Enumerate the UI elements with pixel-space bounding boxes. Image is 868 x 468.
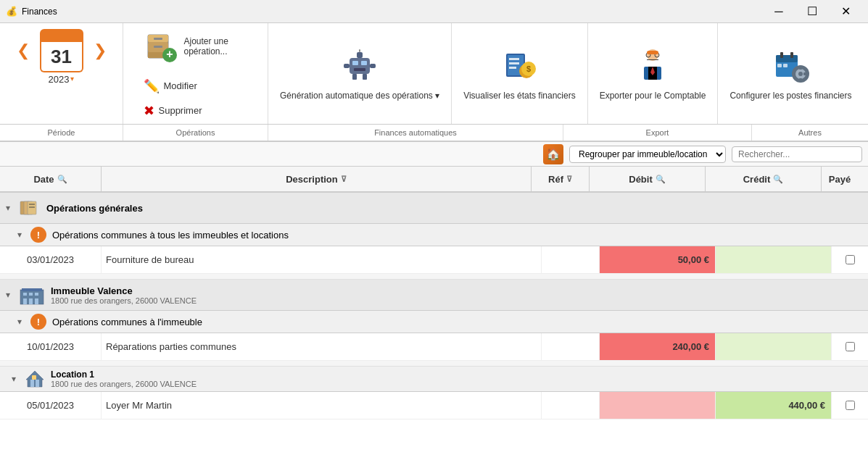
search-input[interactable] xyxy=(732,146,862,162)
svg-rect-13 xyxy=(359,49,360,52)
ref-filter-icon[interactable]: ⊽ xyxy=(566,175,572,184)
next-period-button[interactable]: ❯ xyxy=(89,40,111,62)
location1-labels: Location 1 1800 rue des orangers, 26000 … xyxy=(51,369,197,388)
add-operation-label: Ajouter une opération... xyxy=(184,36,248,57)
configurer-button[interactable]: Configurer les postes financiers xyxy=(718,23,863,124)
group-immeuble-valence[interactable]: ▾ Immeuble Valence 1800 rue des orangers… xyxy=(0,280,868,311)
cal-day: 31 xyxy=(40,42,83,72)
group-general[interactable]: ▾ Opérations générales xyxy=(0,193,868,224)
fourniture-credit-empty xyxy=(716,246,831,273)
immeuble-valence-labels: Immeuble Valence 1800 rue des orangers, … xyxy=(51,285,197,305)
immeuble-valence-name: Immeuble Valence xyxy=(51,285,197,296)
desc-filter-icon[interactable]: ⊽ xyxy=(341,175,347,184)
filterbar: 🏠 Regrouper par immeuble/location xyxy=(0,142,868,167)
add-operation-button[interactable]: + Ajouter une opération... xyxy=(138,26,254,67)
table-area: Date 🔍 Description ⊽ Réf ⊽ Débit 🔍 Crédi… xyxy=(0,167,868,468)
svg-rect-4 xyxy=(154,38,162,40)
fourniture-debit: 50,00 € xyxy=(600,246,716,273)
modifier-button[interactable]: ✏️ Modifier xyxy=(138,75,254,97)
period-dropdown-icon[interactable]: ▾ xyxy=(70,75,74,83)
loyer-date: 05/01/2023 xyxy=(0,392,102,419)
loyer-credit-cell: 440,00 € xyxy=(716,392,831,419)
close-button[interactable]: ✕ xyxy=(829,0,862,23)
loyer-debit xyxy=(600,392,716,419)
visualiser-button[interactable]: $ Visualiser les états financiers xyxy=(452,23,588,124)
svg-rect-5 xyxy=(154,46,162,48)
svg-rect-37 xyxy=(790,52,793,58)
group-by-select[interactable]: Regrouper par immeuble/location xyxy=(569,146,726,163)
svg-rect-36 xyxy=(780,52,783,58)
svg-rect-59 xyxy=(35,298,38,304)
prev-period-button[interactable]: ❮ xyxy=(12,40,34,62)
supprimer-icon: ✖ xyxy=(144,103,154,119)
table-header: Date 🔍 Description ⊽ Réf ⊽ Débit 🔍 Crédi… xyxy=(0,167,868,193)
loyer-desc: Loyer Mr Martin xyxy=(102,392,542,419)
home-button[interactable]: 🏠 xyxy=(543,144,563,164)
svg-text:$: $ xyxy=(526,64,531,73)
svg-rect-17 xyxy=(363,74,367,80)
th-debit: Débit 🔍 xyxy=(590,167,706,191)
reparations-paye-checkbox[interactable] xyxy=(846,342,855,351)
immeuble-valence-address: 1800 rue des orangers, 26000 VALENCE xyxy=(51,296,197,305)
app-title: Finances xyxy=(22,7,762,17)
fourniture-desc: Fourniture de bureau xyxy=(102,246,542,273)
supprimer-button[interactable]: ✖ Supprimer xyxy=(138,100,254,122)
svg-rect-8 xyxy=(350,58,370,74)
minimize-button[interactable]: ─ xyxy=(762,0,795,23)
th-ref: Réf ⊽ xyxy=(532,167,590,191)
svg-rect-39 xyxy=(783,64,788,67)
exporter-button[interactable]: Exporter pour le Comptable xyxy=(588,23,719,124)
fourniture-paye-checkbox[interactable] xyxy=(846,255,855,264)
row-loyer[interactable]: 05/01/2023 Loyer Mr Martin 440,00 € xyxy=(0,392,868,419)
finances-auto-icon xyxy=(339,45,380,88)
svg-rect-33 xyxy=(647,51,658,54)
reparations-paye xyxy=(832,333,868,360)
reparations-ref xyxy=(542,333,600,360)
loyer-ref xyxy=(542,392,600,419)
period-section: ❮ 31 ❯ 2023 ▾ xyxy=(0,23,123,124)
reparations-credit-empty xyxy=(716,333,831,360)
debit-search-icon[interactable]: 🔍 xyxy=(656,175,666,184)
fourniture-date: 03/01/2023 xyxy=(0,246,102,273)
location1-address: 1800 rue des orangers, 26000 VALENCE xyxy=(51,380,197,388)
row-fourniture[interactable]: 03/01/2023 Fourniture de bureau 50,00 € xyxy=(0,246,868,274)
label-export: Export xyxy=(563,125,752,141)
titlebar: 💰 Finances ─ ☐ ✕ xyxy=(0,0,868,23)
svg-rect-22 xyxy=(509,67,516,69)
label-autres: Autres xyxy=(752,125,868,141)
svg-rect-10 xyxy=(361,61,367,65)
finances-auto-button[interactable]: Génération automatique des opérations ▾ xyxy=(268,23,452,124)
finances-auto-label: Génération automatique des opérations ▾ xyxy=(280,91,439,102)
loyer-credit: 440,00 € xyxy=(716,392,832,419)
info-icon-communes: ! xyxy=(30,227,46,243)
svg-rect-11 xyxy=(354,68,365,71)
toolbar: ❮ 31 ❯ 2023 ▾ xyxy=(0,23,868,125)
reparations-credit xyxy=(716,333,832,360)
loyer-paye xyxy=(832,392,868,419)
label-periode: Période xyxy=(0,125,123,141)
maximize-button[interactable]: ☐ xyxy=(795,0,829,23)
svg-rect-16 xyxy=(352,74,357,80)
app-icon: 💰 xyxy=(6,6,17,17)
svg-rect-58 xyxy=(29,298,33,304)
svg-rect-55 xyxy=(29,293,33,296)
svg-rect-53 xyxy=(22,288,42,291)
table-body[interactable]: ▾ Opérations générales ▾ ! Opérations co… xyxy=(0,193,868,468)
svg-rect-54 xyxy=(23,293,27,296)
svg-rect-12 xyxy=(357,52,363,58)
spacer-1 xyxy=(0,274,868,280)
th-credit: Crédit 🔍 xyxy=(706,167,822,191)
credit-search-icon[interactable]: 🔍 xyxy=(773,175,783,184)
subgroup-location1[interactable]: ▾ Location 1 1800 rue des orangers, 2600… xyxy=(0,367,868,392)
svg-rect-43 xyxy=(799,67,802,70)
period-nav: ❮ 31 ❯ xyxy=(12,29,111,72)
th-description: Description ⊽ xyxy=(102,167,532,191)
expand-communes-icon: ▾ xyxy=(17,230,22,240)
add-operation-icon: + xyxy=(144,29,178,64)
subgroup-communes-all[interactable]: ▾ ! Opérations communes à tous les immeu… xyxy=(0,224,868,246)
date-search-icon[interactable]: 🔍 xyxy=(57,175,67,184)
row-reparations[interactable]: 10/01/2023 Réparations parties communes … xyxy=(0,333,868,361)
subgroup-communes-immeuble[interactable]: ▾ ! Opérations communes à l'immeuble xyxy=(0,311,868,333)
svg-text:+: + xyxy=(166,48,173,60)
loyer-paye-checkbox[interactable] xyxy=(846,401,855,410)
